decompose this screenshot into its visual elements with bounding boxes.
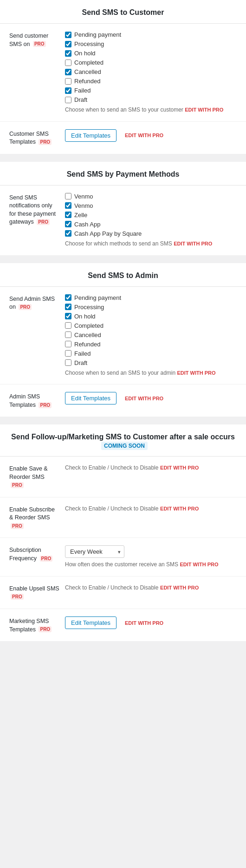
send-customer-pro-badge: PRO — [33, 41, 46, 47]
divider-3 — [0, 417, 246, 424]
admin-templates-edit-with-pro[interactable]: EDIT WITH PRO — [125, 396, 163, 401]
checkbox-cancelled-admin-label: Cancelled — [74, 331, 101, 338]
checkbox-draft-admin-input[interactable] — [65, 359, 71, 366]
enable-upsell-row: Enable Upsell SMS PRO Check to Enable / … — [0, 576, 246, 609]
divider-1 — [0, 154, 246, 162]
checkbox-failed-admin: Failed — [65, 350, 237, 357]
admin-edit-with-pro[interactable]: EDIT WITH PRO — [177, 370, 215, 376]
checkbox-processing-admin-label: Processing — [74, 304, 104, 311]
admin-edit-templates-button[interactable]: Edit Templates — [65, 392, 117, 404]
enable-subscribe-label: Enable Subscribe & Reorder SMS PRO — [9, 505, 65, 530]
checkbox-processing-customer: Processing — [65, 40, 237, 47]
send-sms-admin-section: Send SMS to Admin Send Admin SMS on PRO … — [0, 263, 246, 417]
payment-gateways-label: Send SMS notifications only for these pa… — [9, 193, 65, 226]
checkbox-venmo-unchecked-label: Venmo — [74, 193, 93, 200]
marketing-templates-pro-badge: PRO — [39, 626, 52, 632]
checkbox-on-hold-admin: On hold — [65, 313, 237, 320]
checkbox-pending-payment-admin: Pending payment — [65, 294, 237, 301]
checkbox-refunded-customer-input[interactable] — [65, 78, 71, 85]
checkbox-venmo-checked-label: Venmo — [74, 202, 93, 209]
marketing-edit-templates-button[interactable]: Edit Templates — [65, 616, 117, 629]
checkbox-draft-customer-input[interactable] — [65, 97, 71, 103]
checkbox-pending-payment-customer-input[interactable] — [65, 32, 71, 38]
subscription-freq-edit-with-pro[interactable]: EDIT WITH PRO — [180, 562, 218, 567]
checkbox-venmo-checked: Venmo — [65, 202, 237, 209]
subscription-frequency-content: Every Week Every 2 Weeks Every Month ▾ H… — [65, 545, 237, 569]
enable-subscribe-edit-with-pro[interactable]: EDIT WITH PRO — [160, 506, 199, 511]
checkbox-draft-admin: Draft — [65, 359, 237, 366]
checkbox-completed-admin-input[interactable] — [65, 322, 71, 329]
payment-pro-badge: PRO — [37, 219, 50, 225]
admin-checkboxes: Pending payment Processing On hold Compl… — [65, 294, 237, 377]
send-admin-sms-on-label: Send Admin SMS on PRO — [9, 294, 65, 311]
checkbox-draft-customer-label: Draft — [74, 96, 87, 103]
checkbox-zelle: Zelle — [65, 212, 237, 219]
payment-edit-with-pro[interactable]: EDIT WITH PRO — [174, 241, 212, 246]
checkbox-cancelled-customer: Cancelled — [65, 68, 237, 75]
send-customer-edit-with-pro[interactable]: EDIT WITH PRO — [185, 107, 223, 113]
checkbox-cancelled-customer-label: Cancelled — [74, 68, 101, 75]
admin-description: Choose when to send an SMS to your admin… — [65, 369, 237, 377]
customer-sms-templates-row: Customer SMS Templates PRO Edit Template… — [0, 122, 246, 154]
enable-upsell-description: Check to Enable / Uncheck to Disable — [65, 584, 158, 591]
checkbox-cancelled-admin: Cancelled — [65, 331, 237, 338]
customer-templates-content: Edit Templates EDIT WITH PRO — [65, 129, 237, 142]
enable-upsell-pro-badge: PRO — [11, 594, 24, 600]
checkbox-completed-admin: Completed — [65, 322, 237, 329]
checkbox-cancelled-admin-input[interactable] — [65, 331, 71, 338]
checkbox-processing-admin-input[interactable] — [65, 304, 71, 310]
checkbox-refunded-admin-input[interactable] — [65, 341, 71, 347]
checkbox-cash-app-label: Cash App — [74, 221, 100, 228]
send-customer-checkboxes: Pending payment Processing On hold Compl… — [65, 31, 237, 114]
subscription-frequency-select[interactable]: Every Week Every 2 Weeks Every Month — [65, 545, 124, 558]
checkbox-on-hold-customer-label: On hold — [74, 50, 96, 57]
checkbox-failed-customer: Failed — [65, 87, 237, 94]
checkbox-refunded-admin: Refunded — [65, 341, 237, 348]
send-admin-sms-on-row: Send Admin SMS on PRO Pending payment Pr… — [0, 287, 246, 385]
checkbox-failed-admin-input[interactable] — [65, 350, 71, 357]
checkbox-processing-customer-input[interactable] — [65, 41, 71, 47]
checkbox-cash-app-pay-square: Cash App Pay by Square — [65, 230, 237, 237]
checkbox-completed-customer-label: Completed — [74, 59, 104, 66]
payment-gateways-row: Send SMS notifications only for these pa… — [0, 186, 246, 256]
checkbox-refunded-admin-label: Refunded — [74, 341, 100, 348]
enable-save-reorder-row: Enable Save & Reorder SMS PRO Check to E… — [0, 457, 246, 497]
checkbox-pending-payment-admin-label: Pending payment — [74, 294, 121, 301]
checkbox-pending-payment-customer: Pending payment — [65, 31, 237, 38]
checkbox-zelle-input[interactable] — [65, 212, 71, 218]
send-customer-sms-on-row: Send customer SMS on PRO Pending payment… — [0, 24, 246, 122]
checkbox-venmo-unchecked-input[interactable] — [65, 193, 71, 199]
admin-templates-pro-badge: PRO — [39, 402, 52, 408]
checkbox-draft-customer: Draft — [65, 96, 237, 103]
send-sms-admin-title: Send SMS to Admin — [0, 272, 246, 280]
subscription-freq-pro-badge: PRO — [40, 556, 53, 562]
marketing-templates-edit-with-pro[interactable]: EDIT WITH PRO — [125, 620, 163, 626]
marketing-templates-content: Edit Templates EDIT WITH PRO — [65, 616, 237, 629]
payment-checkboxes: Venmo Venmo Zelle Cash App Cash App Pay … — [65, 193, 237, 248]
enable-upsell-edit-with-pro[interactable]: EDIT WITH PRO — [160, 585, 199, 590]
enable-save-edit-with-pro[interactable]: EDIT WITH PRO — [160, 465, 199, 470]
enable-upsell-label: Enable Upsell SMS PRO — [9, 584, 65, 601]
checkbox-venmo-checked-input[interactable] — [65, 202, 71, 209]
enable-save-pro-badge: PRO — [11, 482, 24, 488]
checkbox-pending-payment-customer-label: Pending payment — [74, 31, 121, 38]
checkbox-on-hold-customer-input[interactable] — [65, 50, 71, 57]
subscription-frequency-select-wrapper: Every Week Every 2 Weeks Every Month ▾ — [65, 545, 124, 558]
customer-templates-edit-with-pro[interactable]: EDIT WITH PRO — [125, 133, 163, 138]
send-sms-payment-section: Send SMS by Payment Methods Send SMS not… — [0, 162, 246, 256]
customer-edit-templates-button[interactable]: Edit Templates — [65, 129, 117, 142]
checkbox-cancelled-customer-input[interactable] — [65, 69, 71, 75]
checkbox-failed-customer-input[interactable] — [65, 87, 71, 94]
marketing-templates-label: Marketing SMS Templates PRO — [9, 616, 65, 634]
checkbox-completed-customer-input[interactable] — [65, 60, 71, 66]
divider-2 — [0, 256, 246, 263]
customer-templates-pro-badge: PRO — [39, 139, 52, 145]
checkbox-completed-customer: Completed — [65, 59, 237, 66]
checkbox-cash-app-pay-square-input[interactable] — [65, 230, 71, 237]
checkbox-cash-app-input[interactable] — [65, 221, 71, 227]
marketing-templates-row-inner: Edit Templates EDIT WITH PRO — [65, 616, 237, 629]
send-sms-payment-title: Send SMS by Payment Methods — [0, 170, 246, 179]
checkbox-pending-payment-admin-input[interactable] — [65, 294, 71, 301]
subscription-frequency-label: Subscription Frequency PRO — [9, 545, 65, 563]
checkbox-on-hold-admin-input[interactable] — [65, 313, 71, 319]
